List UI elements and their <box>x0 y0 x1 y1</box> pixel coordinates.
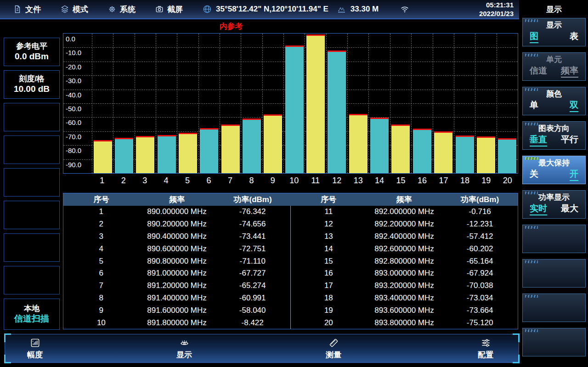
menu-button-title: 颜色 <box>546 90 562 98</box>
altitude-value: 33.30 M <box>351 5 379 14</box>
table-cell: 13 <box>290 231 367 243</box>
table-cell: -76.342 <box>215 206 290 218</box>
channel-bar <box>221 124 240 173</box>
softkey-value: 10.00 dB <box>14 85 50 94</box>
nav-display[interactable]: 显示 <box>176 338 192 360</box>
eye-icon <box>179 338 190 348</box>
channel-bar <box>243 119 261 173</box>
nav-measure-label: 测量 <box>326 350 341 360</box>
option-双[interactable]: 双 <box>570 100 578 112</box>
menu-screenshot[interactable]: 截屏 <box>155 4 183 15</box>
softkey-title: 参考电平 <box>16 42 47 51</box>
menu-system[interactable]: 系统 <box>107 4 136 15</box>
option-频率[interactable]: 频率 <box>561 66 578 78</box>
table-row: 8891.400000 MHz-60.99118893.400000 MHz-7… <box>63 292 518 305</box>
table-cell: -74.656 <box>215 218 290 231</box>
x-axis-labels: 1234567891011121314151617181920 <box>91 176 518 186</box>
corner-decoration-icon <box>525 192 538 194</box>
table-cell: 890.800000 MHz <box>139 255 215 267</box>
time-value: 05:21:31 <box>479 0 514 10</box>
plot-area: 0.0-10.0-20.0-30.0-40.0-50.0-60.0-70.0-8… <box>63 33 518 174</box>
channel-bar <box>306 34 325 173</box>
option-最大[interactable]: 最大 <box>561 203 578 215</box>
table-cell: -72.751 <box>215 243 290 255</box>
menu-button-options: 单双 <box>530 100 578 112</box>
menu-system-label: 系统 <box>120 4 136 15</box>
softkey-title: 本地 <box>24 305 40 313</box>
table-row: 5890.800000 MHz-71.11015892.800000 MHz-6… <box>63 255 518 267</box>
menu-button-options: 关开 <box>530 169 578 181</box>
x-axis-tick-label: 10 <box>283 176 305 186</box>
corner-bracket <box>513 355 520 363</box>
table-cell: 1 <box>63 206 139 218</box>
nav-measure[interactable]: 测量 <box>326 338 341 360</box>
menu-button-title: 功率显示 <box>538 193 570 201</box>
wifi-icon <box>399 4 411 14</box>
nav-amplitude-label: 幅度 <box>27 350 43 360</box>
x-axis-tick-label: 5 <box>177 176 198 186</box>
channel-bar <box>391 124 410 173</box>
x-axis-tick-label: 8 <box>241 176 262 186</box>
table-body: 1890.000000 MHz-76.34211892.000000 MHz-0… <box>63 206 518 329</box>
table-cell: 892.800000 MHz <box>367 255 442 267</box>
softkey-刻度/格[interactable]: 刻度/格10.00 dB <box>4 70 60 99</box>
nav-display-label: 显示 <box>176 350 192 360</box>
table-cell: -71.110 <box>215 255 290 267</box>
softkey-参考电平[interactable]: 参考电平0.0 dBm <box>4 38 60 66</box>
option-单[interactable]: 单 <box>530 100 538 112</box>
bottom-navbar: 幅度 显示 测量 配置 <box>5 334 519 363</box>
altitude-readout: 33.30 M <box>337 4 379 14</box>
plot-cell <box>177 34 198 173</box>
table-row: 9891.600000 MHz-58.04019893.600000 MHz-7… <box>63 304 518 316</box>
softkey-本地[interactable]: 本地信道扫描 <box>4 299 60 330</box>
right-sidebar-title: 显示 <box>520 0 588 18</box>
x-axis-tick-label: 15 <box>390 176 411 186</box>
table-cell: 20 <box>290 316 367 329</box>
y-axis-tick-label: -10.0 <box>66 49 81 56</box>
table-cell: -70.038 <box>442 280 518 292</box>
option-垂直[interactable]: 垂直 <box>530 135 547 147</box>
table-cell: 9 <box>63 304 139 316</box>
channel-bar <box>477 136 495 173</box>
corner-decoration-icon <box>525 329 538 332</box>
menu-file[interactable]: 文件 <box>13 4 41 15</box>
menu-button-单元[interactable]: 单元信道频率 <box>522 52 586 81</box>
option-开[interactable]: 开 <box>570 169 578 181</box>
x-axis-tick-label: 11 <box>305 176 326 186</box>
table-cell: 891.800000 MHz <box>139 316 215 329</box>
globe-icon <box>202 4 212 14</box>
option-平行[interactable]: 平行 <box>561 135 578 147</box>
menu-button-颜色[interactable]: 颜色单双 <box>522 87 586 115</box>
menu-screenshot-label: 截屏 <box>167 4 183 15</box>
menu-button-功率显示[interactable]: 功率显示实时最大 <box>522 190 586 219</box>
plot-cell <box>241 34 262 173</box>
plot-cell <box>283 34 305 173</box>
menu-mode[interactable]: 模式 <box>60 4 88 15</box>
table-cell: 2 <box>63 218 139 231</box>
nav-config[interactable]: 配置 <box>478 338 493 360</box>
option-信道[interactable]: 信道 <box>530 66 547 78</box>
clock: 05:21:31 2022/01/23 <box>479 0 514 18</box>
corner-decoration-icon <box>525 295 538 298</box>
option-图[interactable]: 图 <box>530 31 538 43</box>
table-cell: -60.202 <box>442 243 518 255</box>
table-cell: -58.040 <box>215 304 290 316</box>
menu-button-title: 最大保持 <box>538 159 570 167</box>
corner-bracket <box>4 355 11 363</box>
option-实时[interactable]: 实时 <box>530 203 547 215</box>
table-cell: -8.422 <box>215 316 290 329</box>
table-cell: -12.231 <box>442 218 518 231</box>
y-axis-tick-label: -90.0 <box>66 161 81 168</box>
option-表[interactable]: 表 <box>570 31 578 43</box>
menu-button-最大保持[interactable]: 最大保持关开 <box>522 156 586 184</box>
option-关[interactable]: 关 <box>530 169 538 181</box>
menu-button-显示[interactable]: 显示图表 <box>522 18 586 46</box>
menu-button-图表方向[interactable]: 图表方向垂直平行 <box>522 121 586 150</box>
table-cell: 891.600000 MHz <box>139 304 215 316</box>
nav-amplitude[interactable]: 幅度 <box>27 338 43 360</box>
table-row: 6891.000000 MHz-67.72716893.000000 MHz-6… <box>63 267 518 280</box>
table-cell: 17 <box>290 280 367 292</box>
channel-bar <box>456 136 474 173</box>
table-cell: 890.400000 MHz <box>139 231 215 243</box>
table-row: 10891.800000 MHz-8.42220893.800000 MHz-7… <box>63 316 518 329</box>
